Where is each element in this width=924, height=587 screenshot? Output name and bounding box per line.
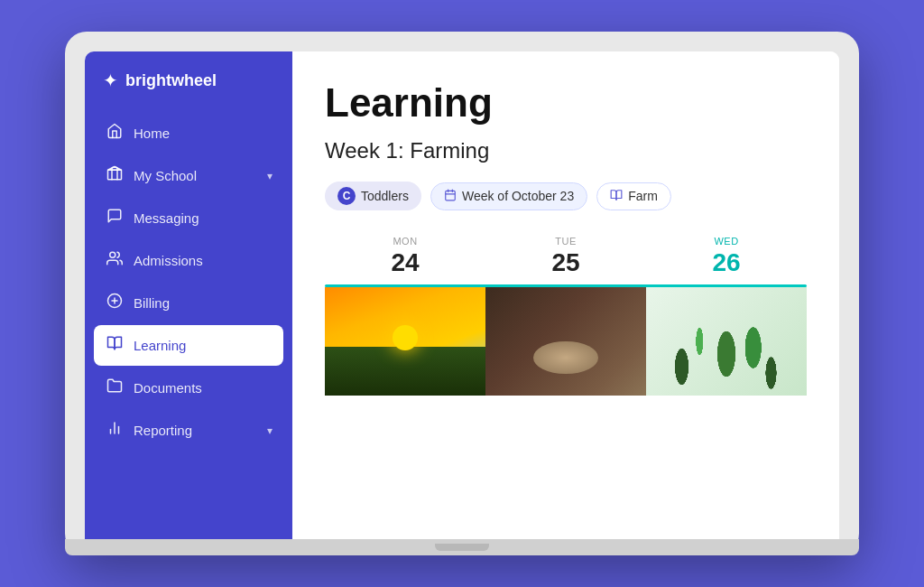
sidebar-item-learning-label: Learning — [134, 338, 186, 353]
photo-col-mon — [325, 287, 485, 396]
day-number-wed: 26 — [646, 248, 807, 277]
sidebar-item-messaging-label: Messaging — [134, 210, 199, 226]
class-letter: C — [337, 187, 356, 205]
photo-sunset — [325, 287, 485, 396]
day-number-mon: 24 — [325, 248, 485, 277]
laptop-frame: ✦ brightwheel Home — [65, 32, 859, 555]
sidebar-item-admissions[interactable]: Admissions — [94, 240, 283, 281]
photo-plants — [646, 287, 807, 396]
laptop-screen: ✦ brightwheel Home — [85, 51, 839, 539]
nav-menu: Home My School ▾ — [85, 113, 292, 451]
photo-col-wed — [646, 287, 807, 396]
sidebar-item-billing[interactable]: Billing — [94, 283, 283, 323]
sidebar-item-school-label: My School — [134, 168, 197, 183]
sidebar-item-my-school[interactable]: My School ▾ — [94, 155, 283, 196]
chevron-down-icon: ▾ — [267, 170, 273, 182]
logo-area: ✦ brightwheel — [85, 70, 292, 113]
day-col-wed: WED 26 — [646, 230, 807, 284]
photos-row — [325, 287, 807, 396]
photo-col-tue — [485, 287, 646, 396]
svg-point-1 — [110, 252, 116, 257]
sidebar-item-home[interactable]: Home — [94, 113, 283, 154]
date-filter[interactable]: Week of October 23 — [430, 182, 587, 210]
book-icon — [610, 189, 623, 204]
day-name-tue: TUE — [485, 236, 646, 247]
sidebar-item-learning[interactable]: Learning — [94, 325, 283, 366]
documents-icon — [105, 377, 125, 398]
sidebar-item-reporting-label: Reporting — [134, 423, 192, 438]
day-col-tue: TUE 25 — [485, 230, 646, 284]
days-row: MON 24 TUE 25 WED 26 — [325, 230, 807, 284]
sidebar-item-admissions-label: Admissions — [134, 253, 203, 268]
sidebar: ✦ brightwheel Home — [85, 51, 292, 539]
chevron-down-icon-reporting: ▾ — [267, 424, 273, 437]
day-col-mon: MON 24 — [325, 230, 485, 284]
learning-icon — [105, 335, 125, 356]
admissions-icon — [105, 250, 125, 271]
main-content: Learning Week 1: Farming C Toddlers — [292, 51, 839, 539]
reporting-icon — [105, 420, 125, 441]
messaging-icon — [105, 208, 125, 228]
sidebar-item-home-label: Home — [134, 126, 170, 141]
class-filter[interactable]: C Toddlers — [325, 182, 421, 210]
home-icon — [105, 123, 125, 144]
svg-rect-0 — [108, 170, 122, 180]
app-name: brightwheel — [125, 71, 217, 90]
theme-filter[interactable]: Farm — [596, 182, 671, 210]
photo-seeds — [485, 287, 646, 396]
class-label: Toddlers — [361, 189, 409, 203]
day-name-wed: WED — [646, 236, 807, 247]
day-name-mon: MON — [325, 236, 485, 247]
day-number-tue: 25 — [485, 248, 646, 277]
calendar-icon — [444, 189, 457, 204]
date-label: Week of October 23 — [462, 189, 574, 203]
filters-row: C Toddlers Week of October 23 — [325, 182, 807, 210]
school-icon — [105, 165, 125, 186]
sun-shape — [393, 325, 418, 350]
svg-rect-8 — [446, 191, 456, 200]
page-title: Learning — [325, 80, 807, 126]
laptop-notch — [435, 544, 489, 551]
billing-icon — [105, 293, 125, 313]
sidebar-item-messaging[interactable]: Messaging — [94, 198, 283, 238]
logo-icon: ✦ — [103, 70, 118, 91]
sidebar-item-reporting[interactable]: Reporting ▾ — [94, 410, 283, 451]
laptop-base — [65, 539, 859, 555]
sidebar-item-documents[interactable]: Documents — [94, 368, 283, 408]
week-title: Week 1: Farming — [325, 138, 807, 163]
sidebar-item-billing-label: Billing — [134, 295, 170, 311]
theme-label: Farm — [628, 189, 658, 203]
sidebar-item-documents-label: Documents — [134, 380, 202, 396]
